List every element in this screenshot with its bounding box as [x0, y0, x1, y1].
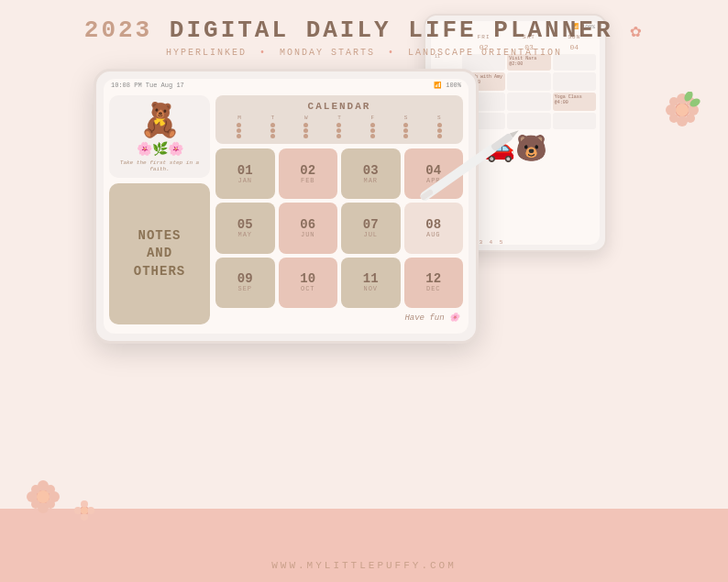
svg-point-24 — [81, 513, 88, 521]
month-box-oct[interactable]: 10OCT — [279, 258, 338, 308]
tablet-screen: 10:08 PM Tue Aug 17 📶 100% 🧸 🌸🌿🌸 Take th… — [104, 79, 469, 334]
year: 2023 — [84, 16, 152, 44]
website: www.mylittlepuffy.com — [271, 560, 457, 571]
svg-point-27 — [81, 507, 88, 514]
calendar-title: CALENDAR — [223, 101, 456, 112]
notes-text: NOTESANDOTHERS — [134, 227, 185, 281]
header-subtitle: Hyperlinked • Monday Starts • Landscape … — [0, 48, 728, 58]
bottom-bar — [0, 509, 728, 582]
left-panel: 🧸 🌸🌿🌸 Take the first step in a faith. NO… — [109, 95, 210, 324]
calendar-days-header: M T W T F S S — [223, 115, 456, 121]
svg-point-25 — [74, 507, 82, 514]
flower-bottom-left — [23, 477, 64, 518]
footer: www.mylittlepuffy.com — [0, 560, 728, 571]
month-box-dec[interactable]: 12DEC — [404, 258, 464, 308]
bear-section: 🧸 🌸🌿🌸 Take the first step in a faith. — [109, 95, 210, 178]
tablet-top-bar: 10:08 PM Tue Aug 17 📶 100% — [104, 79, 469, 92]
right-panel: CALENDAR M T W T F S S — [215, 95, 463, 324]
bear-caption: Take the first step in a faith. — [115, 159, 204, 172]
month-box-jan[interactable]: 01JAN — [215, 148, 275, 199]
page-header: 2023 Digital Daily Life Planner ✿ Hyperl… — [0, 0, 728, 58]
month-box-aug[interactable]: 08AUG — [404, 203, 464, 253]
flower-small-1 — [73, 500, 96, 522]
main-tablet: 10:08 PM Tue Aug 17 📶 100% 🧸 🌸🌿🌸 Take th… — [94, 69, 479, 344]
month-box-jun[interactable]: 06JUN — [279, 203, 338, 253]
calendar-grid — [223, 123, 456, 138]
main-title: 2023 Digital Daily Life Planner ✿ — [0, 16, 728, 44]
svg-point-21 — [37, 490, 50, 503]
svg-point-23 — [81, 500, 88, 508]
months-grid: 01JAN02FEB03MAR04APR05MAY06JUN07JUL08AUG… — [215, 148, 463, 308]
notes-section[interactable]: NOTESANDOTHERS — [109, 183, 210, 324]
month-box-jul[interactable]: 07JUL — [341, 203, 401, 253]
month-box-nov[interactable]: 11NOV — [341, 258, 401, 308]
month-box-mar[interactable]: 03MAR — [341, 148, 401, 199]
month-box-may[interactable]: 05MAY — [215, 203, 275, 253]
title-text: Digital Daily Life Planner — [170, 16, 630, 44]
month-box-feb[interactable]: 02FEB — [279, 148, 338, 199]
bear-emoji: 🧸 — [115, 101, 204, 141]
svg-point-26 — [87, 507, 94, 514]
have-fun: Have fun 🌸 — [215, 313, 463, 324]
tablet-content: 🧸 🌸🌿🌸 Take the first step in a faith. NO… — [104, 92, 469, 328]
calendar-header-box: CALENDAR M T W T F S S — [215, 95, 463, 144]
month-box-sep[interactable]: 09SEP — [215, 258, 275, 308]
